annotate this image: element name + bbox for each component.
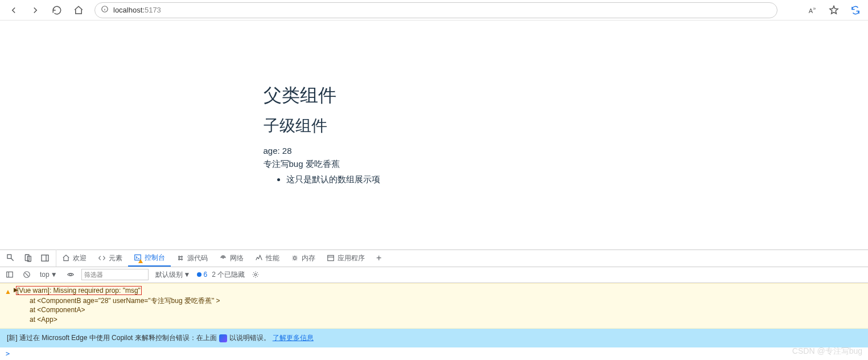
issue-dot-icon (197, 272, 201, 277)
svg-rect-2 (25, 255, 29, 261)
warning-indicator-icon (138, 259, 143, 263)
devtools-panel: 欢迎 元素 控制台 源代码 网络 性能 内存 应用程序 + top▼ 默认级别▼… (0, 249, 868, 360)
tab-elements[interactable]: 元素 (92, 249, 128, 267)
stack-line-2: at <ComponentA> (16, 305, 863, 315)
browser-toolbar: localhost:5173 A» (0, 0, 868, 21)
list-item: 这只是默认的数组展示项 (286, 174, 605, 185)
home-button[interactable] (69, 1, 88, 19)
refresh-button[interactable] (48, 1, 66, 19)
svg-point-21 (254, 274, 257, 276)
console-warning-row[interactable]: ▲ ▶ [Vue warn]: Missing required prop: "… (0, 283, 868, 329)
filter-input[interactable] (81, 269, 149, 280)
level-selector[interactable]: 默认级别▼ (153, 270, 193, 280)
info-icon (101, 5, 109, 15)
tab-network[interactable]: 网络 (213, 249, 249, 267)
stack-line-3: at <App> (16, 315, 863, 325)
url-host: localhost: (113, 6, 145, 14)
tab-memory[interactable]: 内存 (285, 249, 321, 267)
parent-title: 父类组件 (264, 83, 605, 108)
svg-point-12 (223, 258, 223, 259)
toolbar-right: A» (804, 2, 863, 18)
svg-point-10 (179, 259, 180, 260)
favorite-icon[interactable] (826, 2, 842, 18)
tab-console[interactable]: 控制台 (128, 249, 171, 267)
clear-console-icon[interactable] (20, 271, 33, 279)
console-toolbar: top▼ 默认级别▼ 6 2 个已隐藏 (0, 267, 868, 283)
devtools-tabstrip: 欢迎 元素 控制台 源代码 网络 性能 内存 应用程序 + (0, 250, 868, 267)
desc-text: 专注写bug 爱吃香蕉 (264, 159, 605, 170)
forward-button[interactable] (26, 1, 44, 19)
expand-caret-icon[interactable]: ▶ (14, 286, 18, 294)
live-expression-icon[interactable] (64, 271, 77, 279)
warning-message: [Vue warn]: Missing required prop: "msg" (16, 286, 142, 295)
learn-more-link[interactable]: 了解更多信息 (273, 333, 314, 343)
banner-prefix: [新] 通过在 Microsoft Edge 中使用 Copilot 来解释控制… (7, 333, 217, 343)
svg-rect-16 (7, 272, 13, 277)
svg-point-13 (294, 257, 297, 260)
back-button[interactable] (5, 1, 23, 19)
hidden-count: 2 个已隐藏 (212, 270, 245, 280)
context-selector[interactable]: top▼ (38, 271, 60, 279)
read-aloud-icon[interactable]: A» (804, 2, 820, 18)
tab-sources[interactable]: 源代码 (171, 249, 213, 267)
settings-icon[interactable] (249, 271, 262, 279)
child-title: 子级组件 (264, 115, 605, 137)
svg-rect-14 (328, 256, 334, 261)
device-icon[interactable] (19, 249, 36, 267)
stack-line-1: at <ComponentB age="28" userName="专注写bug… (16, 296, 863, 306)
svg-point-11 (181, 259, 182, 260)
sidebar-toggle-icon[interactable] (3, 271, 16, 279)
tab-welcome[interactable]: 欢迎 (56, 249, 92, 267)
add-tab-button[interactable]: + (371, 253, 387, 263)
age-text: age: 28 (264, 146, 605, 156)
svg-point-9 (181, 256, 182, 257)
page-content: 父类组件 子级组件 age: 28 专注写bug 爱吃香蕉 这只是默认的数组展示… (0, 21, 868, 237)
tab-performance[interactable]: 性能 (249, 249, 285, 267)
svg-rect-4 (42, 255, 48, 261)
banner-mid: 以说明错误。 (229, 333, 270, 343)
url-port: 5173 (145, 6, 161, 14)
copilot-icon (219, 334, 227, 342)
edge-copilot-banner: [新] 通过在 Microsoft Edge 中使用 Copilot 来解释控制… (0, 329, 868, 347)
dock-icon[interactable] (36, 249, 54, 267)
svg-line-19 (25, 273, 28, 276)
svg-rect-1 (7, 255, 11, 259)
address-bar[interactable]: localhost:5173 (94, 2, 778, 18)
sync-icon[interactable] (848, 2, 863, 18)
tab-application[interactable]: 应用程序 (321, 249, 371, 267)
warning-icon: ▲ (5, 287, 11, 297)
console-prompt[interactable]: > (0, 347, 868, 360)
issue-count[interactable]: 6 (197, 271, 207, 279)
svg-point-8 (179, 256, 180, 257)
inspect-icon[interactable] (2, 249, 19, 267)
svg-point-20 (69, 274, 72, 276)
